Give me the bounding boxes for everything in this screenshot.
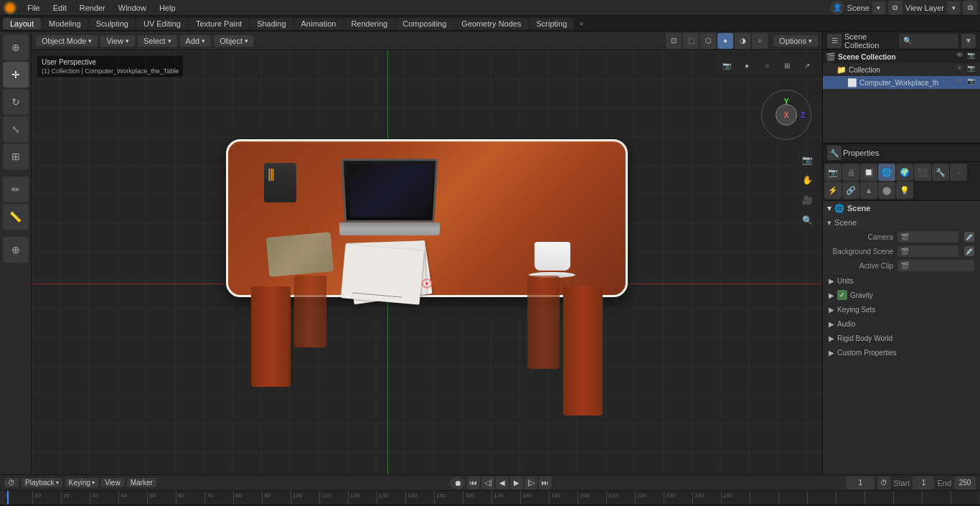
tool-transform[interactable]: ⊞: [3, 144, 29, 169]
timeline-editor-type-btn[interactable]: ⏱: [4, 478, 19, 487]
prop-tab-view-layer[interactable]: 🔲: [860, 164, 877, 181]
end-frame-input[interactable]: 250: [954, 477, 976, 489]
tab-rendering[interactable]: Rendering: [344, 18, 395, 29]
tab-sculpting[interactable]: Sculpting: [89, 18, 136, 29]
gravity-section[interactable]: ▶ ✓ Gravity: [823, 288, 980, 302]
tab-modeling[interactable]: Modeling: [42, 18, 88, 29]
props-editor-type-btn[interactable]: 🔧: [827, 146, 842, 160]
record-btn[interactable]: ⏺: [450, 477, 466, 489]
keying-dropdown[interactable]: Keying: [65, 478, 99, 487]
units-section[interactable]: ▶ Units: [823, 273, 980, 288]
ruler-track[interactable]: 0 10 20 30 40 50 60 70 80 90 100 110 120…: [4, 491, 977, 505]
prop-tab-world[interactable]: 🌍: [896, 164, 913, 181]
object-render-btn[interactable]: 📷: [967, 78, 977, 88]
orbit-btn[interactable]: 🎥: [798, 191, 816, 210]
xray-toggle[interactable]: ⬚: [683, 33, 699, 49]
tool-cursor[interactable]: ⊕: [3, 34, 29, 60]
fps-btn[interactable]: ⏱: [877, 477, 890, 489]
current-frame-input[interactable]: 1: [846, 477, 875, 489]
scene-section-header[interactable]: ▾ 🌐 Scene: [823, 201, 980, 215]
next-keyframe-btn[interactable]: |▷: [524, 477, 537, 489]
solid-btn[interactable]: ●: [717, 33, 733, 49]
background-scene-value[interactable]: 🎬: [897, 245, 958, 257]
outliner-object-row[interactable]: ⬜ Computer_Workplace_th 👁 📷: [823, 76, 980, 89]
view-timeline-btn[interactable]: View: [101, 478, 124, 487]
tool-rotate[interactable]: ↻: [3, 89, 29, 115]
shading-mode-btn[interactable]: ●: [738, 56, 756, 75]
prop-tab-material[interactable]: ⬤: [878, 182, 895, 199]
rigid-body-world-section[interactable]: ▶ Rigid Body World: [823, 331, 980, 345]
prop-tab-object[interactable]: ⬛: [914, 164, 931, 181]
select-menu[interactable]: Select: [138, 35, 177, 47]
tab-layout[interactable]: Layout: [3, 18, 41, 29]
render-visibility-icon[interactable]: 📷: [967, 52, 977, 62]
tab-compositing[interactable]: Compositing: [395, 18, 453, 29]
overlay-btn[interactable]: ⊞: [778, 56, 796, 75]
camera-value[interactable]: 🎬: [897, 231, 958, 243]
wireframe-btn[interactable]: ⬡: [700, 33, 716, 49]
object-view-btn[interactable]: 👁: [956, 78, 966, 88]
prop-tab-render[interactable]: 📷: [824, 164, 842, 181]
view-layer-icon[interactable]: 👁: [956, 52, 966, 62]
tool-scale[interactable]: ⤡: [3, 116, 29, 142]
add-workspace-btn[interactable]: +: [575, 18, 588, 29]
object-mode-dropdown[interactable]: Object Mode: [36, 35, 98, 47]
view-layer-dropdown-icon[interactable]: ▾: [947, 1, 960, 14]
prev-keyframe-btn[interactable]: ◁|: [481, 477, 494, 489]
timeline-playhead[interactable]: [7, 491, 9, 505]
lookdev-btn[interactable]: ◑: [735, 33, 750, 49]
rendered-btn[interactable]: ○: [752, 33, 768, 49]
copy-scene-btn[interactable]: ⧉: [888, 1, 903, 15]
playback-dropdown[interactable]: Playback: [22, 478, 62, 487]
prop-tab-shading[interactable]: 💡: [896, 182, 913, 199]
tool-add[interactable]: ⊕: [3, 237, 29, 263]
render-preview-btn[interactable]: ○: [758, 56, 776, 75]
tool-move[interactable]: ✛: [3, 62, 29, 88]
blender-logo-icon[interactable]: [3, 1, 17, 15]
scene-subsection-header[interactable]: ▾ Scene: [823, 215, 980, 230]
collection-view-btn[interactable]: 👁: [956, 65, 966, 75]
tab-geometry-nodes[interactable]: Geometry Nodes: [454, 18, 528, 29]
tab-texture-paint[interactable]: Texture Paint: [189, 18, 249, 29]
camera-eyedropper-btn[interactable]: 💉: [964, 232, 974, 242]
tab-shading[interactable]: Shading: [250, 18, 293, 29]
prop-tab-physics[interactable]: ⚡: [824, 182, 842, 199]
user-icon[interactable]: 👤: [830, 1, 844, 15]
add-menu[interactable]: Add: [180, 35, 212, 47]
menu-edit[interactable]: Edit: [47, 2, 72, 14]
object-menu[interactable]: Object: [214, 35, 254, 47]
play-btn[interactable]: ▶: [510, 477, 523, 489]
jump-start-btn[interactable]: ⏮: [467, 477, 480, 489]
outliner-collection-row[interactable]: 📁 Collection 👁 📷: [823, 63, 980, 76]
copy-viewlayer-btn[interactable]: ⧉: [963, 1, 977, 15]
pan-view-btn[interactable]: ✋: [798, 171, 816, 189]
outliner-editor-type-btn[interactable]: ☰: [827, 34, 842, 48]
camera-perspective-btn[interactable]: 📷: [717, 56, 736, 75]
prop-tab-particles[interactable]: ·: [950, 164, 967, 181]
menu-window[interactable]: Window: [113, 2, 152, 14]
tool-annotate[interactable]: ✏: [3, 177, 29, 202]
bg-scene-eyedropper-btn[interactable]: 💉: [964, 246, 974, 256]
menu-help[interactable]: Help: [154, 2, 182, 14]
start-frame-input[interactable]: 1: [913, 477, 934, 489]
prop-tab-output[interactable]: 🖨: [842, 164, 859, 181]
play-reverse-btn[interactable]: ◀: [496, 477, 509, 489]
viewport-canvas[interactable]: User Perspective (1) Collection | Comput…: [32, 50, 822, 474]
tab-scripting[interactable]: Scripting: [529, 18, 574, 29]
prop-tab-modifier[interactable]: 🔧: [932, 164, 949, 181]
tab-animation[interactable]: Animation: [294, 18, 344, 29]
audio-section[interactable]: ▶ Audio: [823, 317, 980, 331]
keying-sets-section[interactable]: ▶ Keying Sets: [823, 302, 980, 317]
menu-render[interactable]: Render: [74, 2, 111, 14]
outliner-filter-btn[interactable]: ▼: [961, 34, 976, 48]
viewport-overlay-toggle[interactable]: ⊡: [666, 33, 682, 49]
zoom-camera-btn[interactable]: 📷: [798, 151, 816, 169]
view-menu[interactable]: View: [100, 35, 135, 47]
tab-uv-editing[interactable]: UV Editing: [136, 18, 188, 29]
custom-properties-section[interactable]: ▶ Custom Properties: [823, 345, 980, 360]
gravity-checkbox[interactable]: ✓: [837, 290, 847, 300]
scene-dropdown-icon[interactable]: ▾: [872, 1, 885, 14]
prop-tab-constraints[interactable]: 🔗: [842, 182, 859, 199]
zoom-btn[interactable]: 🔍: [798, 211, 816, 230]
tool-measure[interactable]: 📏: [3, 204, 29, 230]
